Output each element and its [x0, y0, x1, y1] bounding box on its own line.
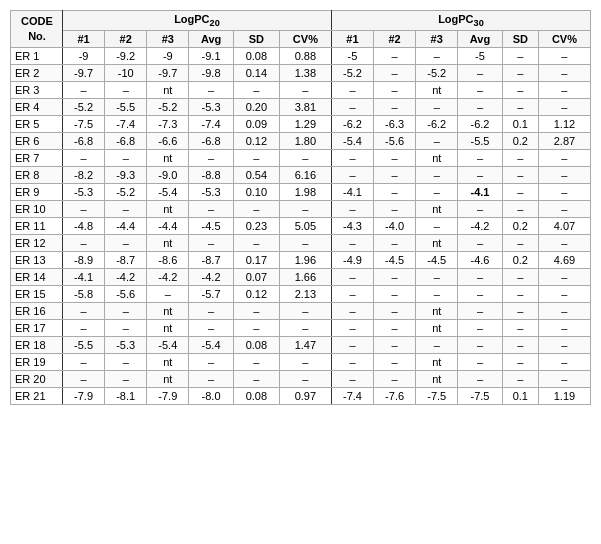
value-cell: – [416, 269, 458, 286]
code-cell: ER 3 [11, 82, 63, 99]
value-cell: – [374, 235, 416, 252]
value-cell: 0.07 [233, 269, 279, 286]
value-cell: -4.9 [331, 252, 373, 269]
value-cell: -9.0 [147, 167, 189, 184]
value-cell: – [233, 82, 279, 99]
code-cell: ER 11 [11, 218, 63, 235]
value-cell: 0.08 [233, 388, 279, 405]
value-cell: – [63, 354, 105, 371]
value-cell: – [233, 320, 279, 337]
col-hsd2: SD [502, 31, 538, 48]
value-cell: – [331, 99, 373, 116]
value-cell: -7.5 [63, 116, 105, 133]
table-row: ER 19––nt–––––nt––– [11, 354, 591, 371]
value-cell: -5 [331, 48, 373, 65]
value-cell: – [233, 303, 279, 320]
value-cell: nt [416, 201, 458, 218]
value-cell: -4.4 [105, 218, 147, 235]
table-row: ER 10––nt–––––nt––– [11, 201, 591, 218]
value-cell: – [458, 235, 502, 252]
value-cell: – [374, 82, 416, 99]
value-cell: – [538, 303, 590, 320]
code-cell: ER 17 [11, 320, 63, 337]
value-cell: -4.6 [458, 252, 502, 269]
value-cell: 1.96 [279, 252, 331, 269]
value-cell: 1.47 [279, 337, 331, 354]
code-cell: ER 1 [11, 48, 63, 65]
value-cell: – [502, 303, 538, 320]
value-cell: – [189, 82, 233, 99]
value-cell: nt [416, 371, 458, 388]
value-cell: – [105, 82, 147, 99]
value-cell: -5.5 [63, 337, 105, 354]
value-cell: – [538, 48, 590, 65]
table-row: ER 20––nt–––––nt––– [11, 371, 591, 388]
value-cell: – [105, 371, 147, 388]
value-cell: – [538, 150, 590, 167]
logpc30-header: LogPC30 [331, 11, 590, 31]
value-cell: – [538, 65, 590, 82]
col-h1: #1 [63, 31, 105, 48]
table-row: ER 2-9.7-10-9.7-9.80.141.38-5.2–-5.2––– [11, 65, 591, 82]
value-cell: – [502, 320, 538, 337]
value-cell: -4.1 [458, 184, 502, 201]
value-cell: -6.8 [189, 133, 233, 150]
value-cell: 6.16 [279, 167, 331, 184]
value-cell: – [416, 99, 458, 116]
value-cell: – [502, 167, 538, 184]
value-cell: -5 [458, 48, 502, 65]
value-cell: – [458, 201, 502, 218]
value-cell: – [279, 371, 331, 388]
value-cell: -9.2 [105, 48, 147, 65]
value-cell: – [331, 201, 373, 218]
value-cell: 4.69 [538, 252, 590, 269]
value-cell: – [233, 201, 279, 218]
value-cell: -5.6 [374, 133, 416, 150]
value-cell: -6.8 [105, 133, 147, 150]
value-cell: 1.66 [279, 269, 331, 286]
value-cell: – [458, 150, 502, 167]
value-cell: -9.1 [189, 48, 233, 65]
value-cell: nt [416, 354, 458, 371]
value-cell: 0.23 [233, 218, 279, 235]
value-cell: – [458, 354, 502, 371]
value-cell: -4.1 [63, 269, 105, 286]
value-cell: – [189, 201, 233, 218]
value-cell: -6.2 [458, 116, 502, 133]
value-cell: – [233, 235, 279, 252]
value-cell: -9.7 [63, 65, 105, 82]
table-row: ER 7––nt–––––nt––– [11, 150, 591, 167]
value-cell: -4.2 [189, 269, 233, 286]
value-cell: – [331, 82, 373, 99]
value-cell: – [416, 184, 458, 201]
value-cell: -8.8 [189, 167, 233, 184]
value-cell: – [502, 99, 538, 116]
code-cell: ER 7 [11, 150, 63, 167]
value-cell: -5.4 [189, 337, 233, 354]
value-cell: -5.4 [147, 184, 189, 201]
table-row: ER 6-6.8-6.8-6.6-6.80.121.80-5.4-5.6–-5.… [11, 133, 591, 150]
col-h7: #1 [331, 31, 373, 48]
table-row: ER 21-7.9-8.1-7.9-8.00.080.97-7.4-7.6-7.… [11, 388, 591, 405]
value-cell: nt [147, 320, 189, 337]
value-cell: 1.98 [279, 184, 331, 201]
value-cell: 0.10 [233, 184, 279, 201]
value-cell: 0.08 [233, 337, 279, 354]
code-cell: ER 18 [11, 337, 63, 354]
value-cell: – [331, 337, 373, 354]
value-cell: – [331, 167, 373, 184]
value-cell: – [538, 337, 590, 354]
value-cell: -9 [63, 48, 105, 65]
value-cell: – [538, 269, 590, 286]
value-cell: – [458, 320, 502, 337]
value-cell: – [105, 150, 147, 167]
code-cell: ER 20 [11, 371, 63, 388]
value-cell: -5.5 [105, 99, 147, 116]
value-cell: nt [147, 235, 189, 252]
value-cell: – [189, 354, 233, 371]
value-cell: – [374, 184, 416, 201]
value-cell: – [416, 133, 458, 150]
value-cell: -5.6 [105, 286, 147, 303]
value-cell: – [374, 337, 416, 354]
value-cell: – [331, 354, 373, 371]
